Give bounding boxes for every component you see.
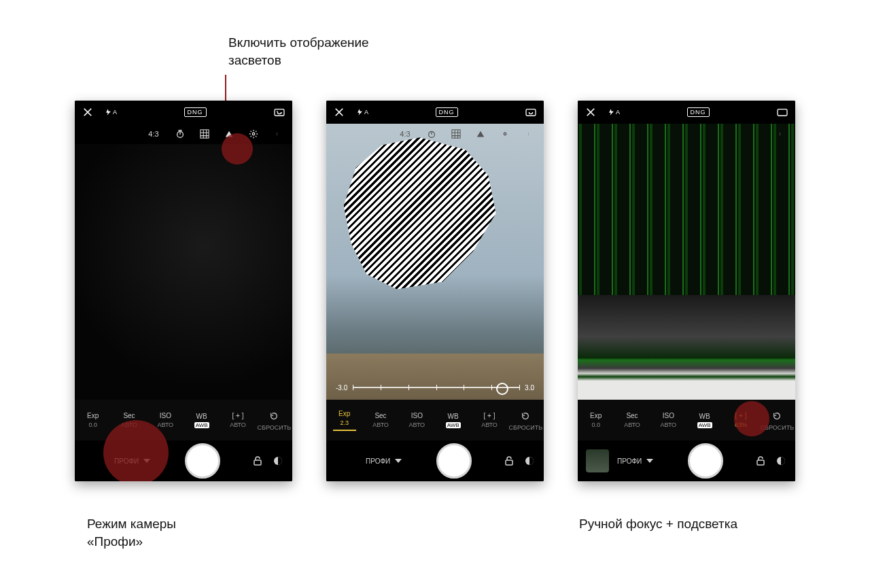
focus-slider[interactable]: Авто 0% 100% [587, 375, 786, 392]
param-iso[interactable]: ISOАВТО [147, 400, 184, 440]
bottombar: ПРОФИ [578, 440, 795, 481]
slider-min: -3.0 [336, 384, 347, 392]
more-icon[interactable] [775, 128, 787, 140]
aspect-ratio[interactable]: 4:3 [145, 130, 162, 138]
param-exp[interactable]: Exp2.3 [326, 400, 362, 440]
filter-icon[interactable] [775, 455, 787, 467]
flash-icon[interactable]: A [356, 106, 368, 118]
slider-max: 3.0 [525, 384, 534, 392]
slider-track[interactable] [623, 383, 763, 384]
viewfinder[interactable]: -3.0 3.0 [326, 124, 544, 400]
exposure-slider[interactable]: -3.0 3.0 [336, 379, 534, 396]
mode-selector[interactable]: ПРОФИ [366, 455, 404, 467]
slider-mid: 0% [608, 380, 617, 387]
svg-point-4 [277, 133, 277, 133]
param-wb[interactable]: WBAWB [435, 400, 471, 440]
lock-icon[interactable] [251, 455, 264, 467]
aspect-ratio[interactable]: 4:3 [397, 130, 413, 138]
settings-icon[interactable] [499, 128, 511, 140]
svg-point-5 [277, 134, 277, 135]
overexposure-zebra [344, 137, 496, 289]
filter-icon[interactable] [523, 455, 536, 467]
reset-icon [519, 410, 532, 422]
slider-min: Авто [587, 380, 602, 387]
lock-icon[interactable] [503, 455, 515, 467]
params-row: Exp2.3 SecАВТО ISOАВТО WBAWB [ + ]АВТО С… [326, 400, 544, 440]
filter-icon[interactable] [272, 455, 284, 467]
close-icon[interactable] [333, 106, 345, 118]
timer-icon[interactable] [174, 128, 186, 140]
dng-badge[interactable]: DNG [436, 107, 458, 117]
topbar: A DNG [75, 101, 292, 124]
phone-screen-3: A DNG Авто 0% 100% Exp0.0 SecАВТО ISOАВТ… [578, 101, 795, 481]
switch-camera-icon[interactable] [525, 106, 537, 118]
param-sec[interactable]: SecАВТО [362, 400, 398, 440]
svg-point-20 [780, 134, 780, 135]
annotation-right: Ручной фокус + подсветка [579, 515, 737, 533]
annotation-left: Режим камеры «Профи» [87, 515, 176, 550]
gallery-thumbnail[interactable] [586, 449, 609, 472]
topbar: A DNG [578, 101, 795, 124]
highlight-warning-icon[interactable] [223, 128, 235, 140]
param-iso[interactable]: ISOАВТО [399, 400, 435, 440]
param-wb[interactable]: WBAWB [184, 400, 220, 440]
svg-rect-18 [778, 109, 787, 116]
slider-track[interactable] [353, 387, 519, 388]
mode-selector[interactable]: ПРОФИ [617, 455, 656, 467]
flash-icon[interactable]: A [105, 106, 117, 118]
param-focus[interactable]: [ + ]АВТО [220, 400, 256, 440]
flash-icon[interactable]: A [608, 106, 620, 118]
settings-icon[interactable] [247, 128, 260, 140]
shutter-button[interactable] [688, 443, 723, 479]
param-reset[interactable]: СБРОСИТЬ [508, 400, 544, 440]
svg-rect-22 [757, 460, 764, 465]
close-icon[interactable] [82, 106, 94, 118]
viewfinder[interactable] [75, 144, 292, 400]
more-icon[interactable] [272, 128, 284, 140]
switch-camera-icon[interactable] [776, 106, 788, 118]
shutter-button[interactable] [185, 443, 220, 479]
bottombar: ПРОФИ [326, 440, 544, 481]
bottombar: ПРОФИ [75, 440, 292, 481]
switch-camera-icon[interactable] [273, 106, 285, 118]
grid-icon[interactable] [198, 128, 211, 140]
param-reset[interactable]: СБРОСИТЬ [256, 400, 292, 440]
mode-selector[interactable]: ПРОФИ [114, 455, 153, 467]
svg-point-21 [780, 135, 780, 135]
more-icon[interactable] [523, 128, 536, 140]
param-iso[interactable]: ISOАВТО [650, 400, 686, 440]
shutter-button[interactable] [436, 443, 472, 479]
annotation-right-text: Ручной фокус + подсветка [579, 517, 737, 531]
params-row: Exp0.0 SecАВТО ISOАВТО WBAWB [ + ]АВТО С… [75, 400, 292, 440]
topbar: A DNG [326, 101, 544, 124]
param-sec[interactable]: SecАВТО [614, 400, 650, 440]
svg-rect-11 [452, 130, 460, 138]
svg-point-12 [504, 133, 506, 135]
chevron-down-icon [644, 455, 656, 467]
annotation-left-line2: «Профи» [87, 533, 176, 551]
timer-icon[interactable] [425, 128, 438, 140]
grid-icon[interactable] [450, 128, 462, 140]
svg-point-3 [252, 133, 255, 135]
dng-badge[interactable]: DNG [184, 107, 207, 117]
slider-knob[interactable] [708, 379, 720, 391]
focus-peaking-overlay [578, 124, 795, 400]
param-exp[interactable]: Exp0.0 [75, 400, 111, 440]
param-exp[interactable]: Exp0.0 [578, 400, 614, 440]
highlight-warning-icon[interactable] [474, 128, 487, 140]
param-focus[interactable]: [ + ]АВТО [471, 400, 507, 440]
params-row: Exp0.0 SecАВТО ISOАВТО WBAWB [ + ]63% СБ… [578, 400, 795, 440]
viewfinder[interactable]: Авто 0% 100% [578, 124, 795, 400]
toolbar: 4:3 [75, 124, 292, 144]
lock-icon[interactable] [754, 455, 767, 467]
dng-badge[interactable]: DNG [687, 107, 710, 117]
slider-knob[interactable] [496, 383, 508, 395]
close-icon[interactable] [585, 106, 597, 118]
toolbar: 4:3 [326, 124, 544, 144]
param-focus[interactable]: [ + ]63% [723, 400, 759, 440]
param-sec[interactable]: SecАВТО [111, 400, 147, 440]
reset-icon [268, 410, 280, 422]
annotation-left-line1: Режим камеры [87, 515, 176, 533]
param-wb[interactable]: WBAWB [686, 400, 723, 440]
param-reset[interactable]: СБРОСИТЬ [759, 400, 795, 440]
